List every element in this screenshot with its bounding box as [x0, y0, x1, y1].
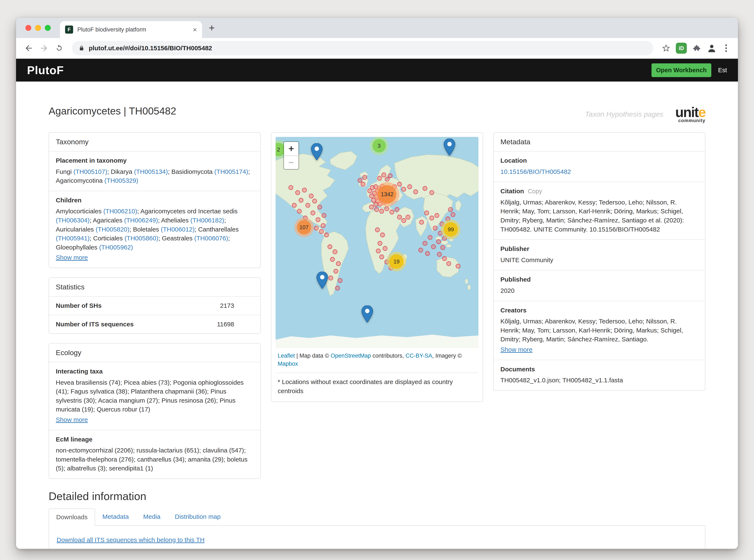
children-label: Children: [56, 196, 254, 205]
attribution-link-leaflet[interactable]: Leaflet: [278, 353, 295, 359]
tab-downloads[interactable]: Downloads: [48, 508, 95, 526]
interacting-taxa-text: Hevea brasiliensis (74); Picea abies (73…: [56, 378, 254, 414]
metadata-section-publisher: PublisherUNITE Community: [494, 240, 705, 271]
back-icon[interactable]: [22, 41, 36, 55]
map-cluster-99[interactable]: 99: [441, 220, 460, 239]
map-cluster-107[interactable]: 107: [294, 218, 314, 237]
world-map-svg: [276, 137, 478, 348]
copy-citation-button[interactable]: Copy: [528, 188, 542, 195]
fullscreen-window-button[interactable]: [45, 25, 51, 31]
map-pin-1[interactable]: [311, 143, 323, 162]
ecm-lineage-label: EcM lineage: [56, 435, 254, 444]
metadata-section-published: Published2020: [494, 271, 705, 301]
taxon-link-TH006210[interactable]: (TH006210): [103, 208, 137, 215]
taxon-link-TH005134[interactable]: (TH005134): [134, 168, 168, 175]
taxon-hypothesis-pages-label: Taxon Hypothesis pages: [585, 110, 663, 118]
unite-community-logo: unite community: [675, 105, 706, 123]
map-cluster-3[interactable]: 3: [370, 137, 389, 155]
map-pin-3[interactable]: [316, 272, 328, 290]
taxon-link-TH006182[interactable]: (TH006182): [191, 217, 224, 224]
taxon-link-TH005860[interactable]: (TH005860): [124, 235, 158, 242]
taxon-link-TH005174[interactable]: (TH005174): [214, 168, 248, 175]
taxon-link-TH005820[interactable]: (TH005820): [96, 226, 129, 233]
doi-location-link[interactable]: 10.15156/BIO/TH005482: [500, 168, 571, 175]
published-text: 2020: [500, 286, 698, 295]
metadata-section-creators: CreatorsKõljalg, Urmas; Abarenkov, Kessy…: [494, 301, 705, 360]
tab-media[interactable]: Media: [136, 508, 168, 525]
plutof-logo[interactable]: PlutoF: [27, 64, 64, 77]
zoom-out-button[interactable]: −: [284, 156, 298, 169]
tab-close-icon[interactable]: ×: [193, 26, 197, 33]
map-centroid-note: * Locations without exact coordinates ar…: [276, 373, 478, 397]
metadata-section-citation: CitationCopyKõljalg, Urmas; Abarenkov, K…: [494, 182, 705, 240]
orcid-extension-icon[interactable]: iD: [675, 41, 688, 55]
minimize-window-button[interactable]: [35, 25, 41, 31]
browser-menu-icon[interactable]: [720, 41, 732, 55]
statistics-header: Statistics: [49, 278, 260, 297]
creators-show-more-link[interactable]: Show more: [500, 345, 533, 354]
placement-label: Placement in taxonomy: [56, 156, 254, 165]
tab-title: PlutoF biodiversity platform: [77, 26, 188, 33]
map-pin-2[interactable]: [443, 139, 455, 157]
plutof-favicon: F: [65, 25, 73, 34]
taxon-link-TH005107[interactable]: (TH005107): [73, 168, 107, 175]
metadata-header: Metadata: [494, 133, 705, 152]
open-workbench-button[interactable]: Open Workbench: [652, 63, 712, 77]
publisher-text: UNITE Community: [500, 256, 698, 265]
map-zoom-control: + −: [283, 141, 299, 170]
new-tab-button[interactable]: +: [209, 23, 215, 33]
download-its-sequences-link[interactable]: Download all ITS sequences which belong …: [57, 536, 204, 543]
taxon-link-TH006249[interactable]: (TH006249): [124, 217, 158, 224]
browser-window: F PlutoF biodiversity platform × + pluto…: [16, 18, 738, 549]
taxonomy-show-more-link[interactable]: Show more: [56, 253, 88, 262]
taxon-link-TH006076[interactable]: (TH006076): [194, 235, 228, 242]
statistics-card: Statistics Number of SHs2173Number of IT…: [48, 277, 261, 334]
taxon-link-TH005941[interactable]: (TH005941): [56, 235, 90, 242]
documents-text: TH005482_v1.0.json; TH005482_v1.1.fasta: [500, 376, 698, 385]
ecm-lineage-section: EcM lineage non-ectomycorrhizal (2206); …: [49, 430, 260, 478]
map-pin-4[interactable]: [361, 305, 373, 324]
plutof-navbar: PlutoF Open Workbench Est: [16, 59, 738, 82]
tab-distribution-map[interactable]: Distribution map: [167, 508, 228, 525]
attribution-link-cc-by-sa[interactable]: CC-BY-SA: [405, 353, 432, 359]
page-title: Agaricomycetes | TH005482: [48, 105, 176, 117]
ecology-card: Ecology Interacting taxa Hevea brasilien…: [48, 343, 261, 479]
browser-tab[interactable]: F PlutoF biodiversity platform ×: [60, 21, 202, 38]
browser-toolbar: plutof.ut.ee/#/doi/10.15156/BIO/TH005482…: [16, 38, 738, 59]
url-text: plutof.ut.ee/#/doi/10.15156/BIO/TH005482: [89, 44, 212, 52]
attribution-link-openstreetmap[interactable]: OpenStreetMap: [331, 353, 371, 359]
taxon-link-TH005329[interactable]: (TH005329): [104, 177, 138, 184]
attribution-link-mapbox[interactable]: Mapbox: [278, 361, 298, 367]
map-cluster-1342[interactable]: 1342: [375, 182, 399, 206]
bookmark-star-icon[interactable]: [659, 41, 673, 55]
language-switch-est[interactable]: Est: [718, 67, 727, 74]
extensions-puzzle-icon[interactable]: [690, 41, 703, 55]
taxon-link-TH005962[interactable]: (TH005962): [99, 244, 133, 251]
forward-icon[interactable]: [37, 41, 51, 55]
statistic-row: Number of ITS sequences11698: [49, 315, 260, 333]
distribution-map[interactable]: + − 2313421079919: [276, 137, 478, 348]
desktop-background: F PlutoF biodiversity platform × + pluto…: [0, 0, 754, 560]
lock-icon: [79, 45, 84, 51]
tab-metadata[interactable]: Metadata: [95, 508, 136, 525]
statistic-row: Number of SHs2173: [49, 297, 260, 315]
placement-in-taxonomy-section: Placement in taxonomy Fungi (TH005107); …: [49, 152, 260, 191]
downloads-tab-panel: Download all ITS sequences which belong …: [48, 526, 706, 549]
map-cluster-19[interactable]: 19: [387, 252, 406, 271]
profile-avatar-icon[interactable]: [705, 41, 718, 55]
zoom-in-button[interactable]: +: [284, 142, 298, 156]
placement-list: Fungi (TH005107); Dikarya (TH005134); Ba…: [56, 167, 254, 185]
address-bar[interactable]: plutof.ut.ee/#/doi/10.15156/BIO/TH005482: [72, 41, 653, 55]
taxon-link-TH006012[interactable]: (TH006012): [161, 226, 195, 233]
ecm-lineage-text: non-ectomycorrhizal (2206); russula-lact…: [56, 446, 254, 473]
taxon-link-TH006304[interactable]: (TH006304): [56, 217, 90, 224]
map-attribution: Leaflet | Map data © OpenStreetMap contr…: [276, 348, 478, 373]
reload-icon[interactable]: [53, 41, 66, 55]
close-window-button[interactable]: [25, 25, 31, 31]
page-content: Agaricomycetes | TH005482 Taxon Hypothes…: [16, 82, 738, 549]
detailed-tabs: DownloadsMetadataMediaDistribution map: [48, 508, 706, 526]
citation-text: Kõljalg, Urmas; Abarenkov, Kessy; Teders…: [500, 198, 698, 234]
interacting-taxa-section: Interacting taxa Hevea brasiliensis (74)…: [49, 362, 260, 430]
children-list: Amylocorticiales (TH006210); Agaricomyce…: [56, 207, 254, 252]
ecology-show-more-link[interactable]: Show more: [56, 415, 88, 424]
